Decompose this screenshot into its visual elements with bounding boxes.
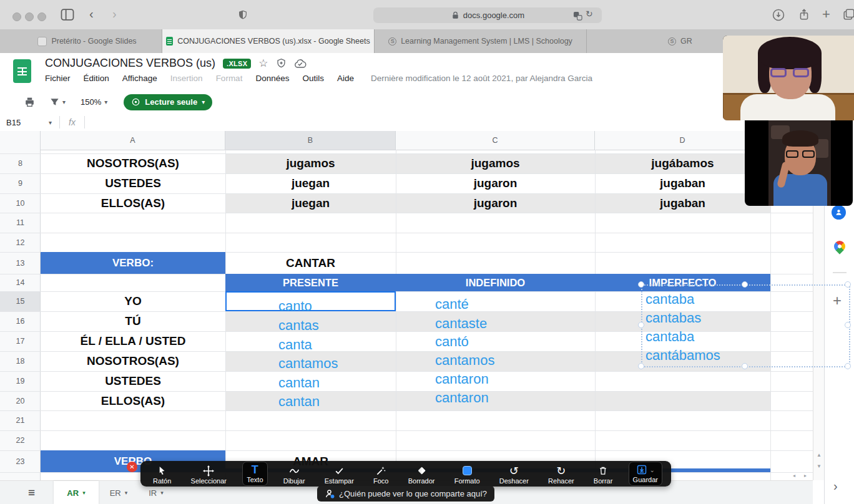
hide-panel-icon[interactable]: › bbox=[833, 479, 838, 493]
selection-handle[interactable] bbox=[845, 322, 851, 328]
cell-b9[interactable]: juegan bbox=[225, 173, 396, 193]
tool-seleccionar[interactable]: Seleccionar bbox=[187, 461, 230, 487]
header-indefinido[interactable]: INDEFINIDO bbox=[396, 274, 595, 291]
cell-a16[interactable]: TÚ bbox=[41, 311, 225, 331]
scroll-down-icon[interactable]: ▼ bbox=[817, 463, 822, 469]
row-number[interactable]: 19 bbox=[0, 371, 41, 391]
tool-borrador[interactable]: Borrador bbox=[405, 461, 439, 487]
annotation-presente[interactable]: cantas bbox=[278, 317, 319, 334]
row-number[interactable]: 21 bbox=[0, 410, 41, 430]
selection-handle[interactable] bbox=[638, 281, 644, 288]
sheet-tab-ar[interactable]: AR ▾ bbox=[54, 481, 99, 504]
participant-video-2[interactable] bbox=[745, 120, 853, 206]
cell-a10[interactable]: ELLOS(AS) bbox=[41, 193, 225, 213]
row-number[interactable]: 14 bbox=[0, 274, 41, 291]
window-close-button[interactable] bbox=[12, 12, 21, 21]
selection-handle[interactable] bbox=[638, 322, 644, 328]
menu-donnees[interactable]: Données bbox=[255, 74, 289, 83]
menu-edition[interactable]: Édition bbox=[84, 74, 109, 83]
name-box[interactable]: B15 bbox=[6, 118, 49, 127]
cell-d10[interactable]: jugaban bbox=[595, 193, 770, 213]
tool-estampar[interactable]: Estampar bbox=[321, 461, 358, 487]
cell-a9[interactable]: USTEDES bbox=[41, 173, 225, 193]
tool-texto-active[interactable]: T Texto bbox=[242, 462, 267, 486]
last-modified-text[interactable]: Dernière modification le 12 août 2021, p… bbox=[371, 74, 592, 83]
cell-a17[interactable]: ÉL / ELLA / USTED bbox=[41, 331, 225, 351]
tool-deshacer[interactable]: ↺ Deshacer bbox=[496, 461, 533, 487]
row-number[interactable]: 9 bbox=[0, 173, 41, 193]
annotation-presente[interactable]: cantamos bbox=[278, 356, 338, 372]
filter-caret-icon[interactable]: ▾ bbox=[62, 99, 66, 105]
tool-guardar[interactable]: ⌄ Guardar bbox=[629, 462, 662, 486]
cell-c9[interactable]: jugaron bbox=[396, 173, 595, 193]
read-only-button[interactable]: Lecture seule ▾ bbox=[124, 94, 212, 110]
selection-handle[interactable] bbox=[742, 281, 748, 288]
row-number[interactable]: 8 bbox=[0, 153, 41, 173]
menu-affichage[interactable]: Affichage bbox=[122, 74, 157, 83]
cell-c8[interactable]: jugamos bbox=[396, 153, 595, 173]
reload-icon[interactable]: ↻ bbox=[586, 9, 593, 19]
annotation-selection-box[interactable] bbox=[641, 284, 850, 367]
tab-conjugaciones-sheets[interactable]: CONJUGACIONES VERBOS (us).xlsx - Google … bbox=[162, 29, 375, 53]
tab-overview-icon[interactable] bbox=[843, 8, 854, 21]
scroll-left-icon[interactable]: ◂ bbox=[793, 473, 795, 478]
row-number[interactable]: 15 bbox=[0, 291, 41, 311]
selection-handle[interactable] bbox=[742, 363, 748, 369]
tool-dibujar[interactable]: Dibujar bbox=[280, 461, 309, 487]
downloads-icon[interactable] bbox=[772, 9, 785, 21]
row-number[interactable]: 11 bbox=[0, 213, 41, 233]
annotation-indefinido[interactable]: cantó bbox=[435, 334, 469, 350]
annotation-indefinido[interactable]: cantaste bbox=[435, 316, 487, 332]
annotation-indefinido[interactable]: canté bbox=[435, 296, 469, 313]
cell-d8[interactable]: jugábamos bbox=[595, 153, 770, 173]
row-number[interactable]: 22 bbox=[0, 430, 41, 450]
sheet-tab-er[interactable]: ER ▾ bbox=[101, 481, 136, 504]
corner-box[interactable] bbox=[0, 131, 41, 150]
maps-icon[interactable] bbox=[832, 238, 847, 254]
cell-b10[interactable]: juegan bbox=[225, 193, 396, 213]
tab-schoology-lms[interactable]: S Learning Management System | LMS | Sch… bbox=[375, 29, 587, 53]
row-number[interactable]: 20 bbox=[0, 391, 41, 410]
window-minimize-button[interactable] bbox=[25, 12, 34, 21]
annotation-presente[interactable]: canta bbox=[278, 337, 312, 353]
row-number[interactable]: 10 bbox=[0, 193, 41, 213]
document-title[interactable]: CONJUGACIONES VERBOS (us) bbox=[45, 57, 215, 70]
row-number[interactable]: 13 bbox=[0, 252, 41, 274]
cell-a18[interactable]: NOSOTROS(AS) bbox=[41, 351, 225, 371]
menu-aide[interactable]: Aide bbox=[337, 74, 354, 83]
annotation-indefinido[interactable]: cantamos bbox=[435, 352, 494, 369]
sheets-logo[interactable] bbox=[13, 59, 31, 83]
sheet-tab-caret-icon[interactable]: ▾ bbox=[160, 490, 164, 496]
column-header-c[interactable]: C bbox=[396, 131, 595, 150]
cell-a8[interactable]: NOSOTROS(AS) bbox=[41, 153, 225, 173]
tool-borrar[interactable]: Borrar bbox=[590, 461, 617, 487]
sheet-tab-caret-icon[interactable]: ▾ bbox=[125, 490, 128, 496]
tool-raton[interactable]: Ratón bbox=[149, 461, 175, 487]
tab-pretérito-slides[interactable]: Pretérito - Google Slides bbox=[0, 29, 162, 53]
selection-handle[interactable] bbox=[845, 363, 851, 369]
cell-c10[interactable]: jugaron bbox=[396, 193, 595, 213]
row-number[interactable]: 17 bbox=[0, 331, 41, 351]
scroll-right-icon[interactable]: ▸ bbox=[804, 473, 807, 478]
contacts-icon[interactable] bbox=[832, 205, 846, 220]
name-box-caret-icon[interactable]: ▾ bbox=[49, 119, 52, 126]
header-presente[interactable]: PRESENTE bbox=[225, 274, 396, 291]
filter-icon[interactable] bbox=[49, 97, 60, 107]
annotation-close-button[interactable]: ✕ bbox=[127, 462, 137, 472]
translate-icon[interactable] bbox=[573, 11, 582, 21]
participant-video-1[interactable] bbox=[723, 36, 854, 120]
tool-rehacer[interactable]: ↻ Rehacer bbox=[544, 461, 578, 487]
cell-a13-verbo[interactable]: VERBO: bbox=[41, 252, 225, 274]
menu-outils[interactable]: Outils bbox=[302, 74, 324, 83]
cell-a19[interactable]: USTEDES bbox=[41, 371, 225, 391]
cell-a15[interactable]: YO bbox=[41, 291, 225, 311]
star-icon[interactable]: ☆ bbox=[258, 57, 268, 70]
print-icon[interactable] bbox=[24, 96, 36, 108]
column-header-d[interactable]: D bbox=[595, 131, 770, 150]
all-sheets-icon[interactable]: ≡ bbox=[28, 486, 35, 500]
column-header-a[interactable]: A bbox=[41, 131, 225, 150]
tool-foco[interactable]: Foco bbox=[370, 461, 392, 487]
window-zoom-button[interactable] bbox=[37, 12, 46, 21]
share-icon[interactable] bbox=[798, 7, 810, 21]
row-number[interactable]: 18 bbox=[0, 351, 41, 371]
